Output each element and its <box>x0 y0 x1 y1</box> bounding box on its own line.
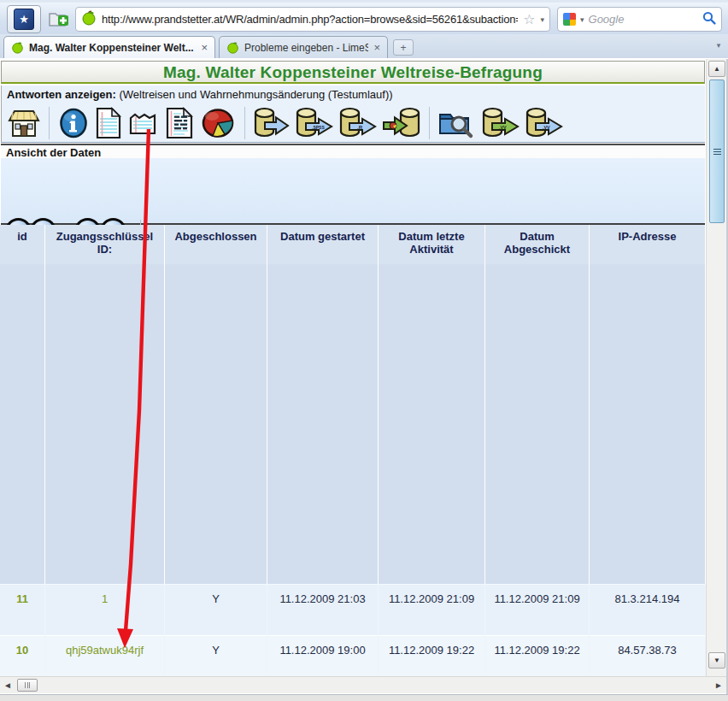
data-view-controls: Angezeigte Datensätze: Start von: Anzeig… <box>1 158 705 225</box>
answers-label: Antworten anzeigen: <box>7 88 116 101</box>
table-row-cell-completed: Y <box>165 635 267 676</box>
table-row-cell-id: 10 <box>0 635 45 676</box>
import-responses-icon[interactable] <box>382 107 421 139</box>
data-view-section-title: Ansicht der Daten <box>1 144 705 158</box>
table-row-cell-started: 11.12.2009 19:00 <box>267 635 379 676</box>
toolbar-separator <box>49 107 50 139</box>
search-box[interactable]: ▾ Google <box>557 7 722 32</box>
export-r-icon[interactable]: .R <box>338 107 378 139</box>
svg-text:.VV: .VV <box>543 124 550 129</box>
home-icon[interactable] <box>7 108 41 138</box>
svg-text:.VV: .VV <box>499 124 507 129</box>
column-header[interactable]: Zugangsschlüssel ID: <box>45 225 165 264</box>
table-row-cell-ip: 84.57.38.73 <box>590 635 706 676</box>
search-engine-dropdown-icon[interactable]: ▾ <box>580 15 584 24</box>
search-input[interactable]: Google <box>589 13 698 26</box>
responses-table: id Zugangsschlüssel ID: Abgeschlossen Da… <box>0 225 706 676</box>
tab-bar: Mag. Walter Koppensteiner Welt... × Prob… <box>0 34 728 58</box>
tab-close-icon[interactable]: × <box>201 41 208 54</box>
new-tab-button[interactable]: + <box>393 39 414 56</box>
url-text[interactable]: http://www.prandstetter.at/WR/admin/admi… <box>102 13 518 26</box>
responses-summary-icon[interactable] <box>94 107 123 139</box>
scrollbar-grip <box>713 149 721 156</box>
limesurvey-page: Mag. Walter Koppensteiner Weltreise-Befr… <box>0 59 706 695</box>
browser-toolbar: ★ http://www.prandstetter.at/WR/admin/ad… <box>0 0 728 34</box>
browse-toolbar: .SPSS .R <box>1 103 705 143</box>
column-header[interactable]: Abgeschlossen <box>165 225 267 264</box>
table-row-cell-id: 11 <box>0 584 45 635</box>
export-results-icon[interactable] <box>253 107 291 139</box>
table-row-cell-last-activity: 11.12.2009 19:22 <box>379 635 485 676</box>
column-header[interactable]: Datum letzte Aktivität <box>379 225 485 264</box>
export-spss-icon[interactable]: .SPSS <box>295 107 334 139</box>
tab-probleme[interactable]: Probleme eingeben - LimeSurvey b... × <box>219 36 388 58</box>
table-row-cell-token[interactable]: qhj59atwuk94rjf <box>45 635 165 676</box>
vertical-scrollbar[interactable]: ▲ ▼ <box>706 59 726 676</box>
url-bar[interactable]: http://www.prandstetter.at/WR/admin/admi… <box>75 7 550 32</box>
column-header[interactable]: IP-Adresse <box>590 225 706 264</box>
table-row-cell-completed: Y <box>165 584 267 635</box>
limesurvey-favicon-icon <box>226 41 239 54</box>
table-row-cell-token[interactable]: 1 <box>45 584 165 635</box>
svg-text:.R: .R <box>357 124 363 129</box>
table-row-cell-started: 11.12.2009 21:03 <box>267 584 379 635</box>
scroll-left-icon[interactable]: ◄ <box>3 680 12 690</box>
new-folder-icon[interactable] <box>48 9 70 32</box>
column-header[interactable]: Datum Abgeschickt <box>485 225 590 264</box>
bookmark-star-icon[interactable]: ☆ <box>523 11 535 27</box>
url-dropdown-icon[interactable]: ▾ <box>540 15 544 24</box>
table-empty-area <box>0 264 45 584</box>
tab-close-icon[interactable]: × <box>373 41 380 54</box>
import-vv-icon[interactable]: .VV <box>525 107 564 139</box>
statistics-pie-icon[interactable] <box>199 107 237 139</box>
tab-label: Probleme eingeben - LimeSurvey b... <box>244 42 368 54</box>
browser-window: ★ http://www.prandstetter.at/WR/admin/ad… <box>0 0 728 701</box>
page-viewport: Mag. Walter Koppensteiner Weltreise-Befr… <box>0 58 728 694</box>
site-favicon-icon <box>81 10 97 29</box>
horizontal-scrollbar-thumb[interactable] <box>17 679 38 692</box>
page-title: Mag. Walter Koppensteiner Weltreise-Befr… <box>1 61 705 84</box>
bookmarks-button[interactable]: ★ <box>7 5 41 33</box>
bookmarks-book-icon: ★ <box>14 9 34 30</box>
scroll-down-icon[interactable]: ▼ <box>708 652 725 669</box>
detailed-responses-icon[interactable] <box>164 107 195 139</box>
answers-header: Antworten anzeigen: (Weltreisen und Wahr… <box>1 85 705 103</box>
search-icon[interactable] <box>702 11 716 28</box>
scroll-up-icon[interactable]: ▲ <box>708 61 725 77</box>
status-bar <box>0 694 728 701</box>
table-row-cell-ip: 81.3.214.194 <box>590 584 706 635</box>
export-vv-icon[interactable]: .VV <box>481 107 520 139</box>
column-header[interactable]: Datum gestartet <box>267 225 379 264</box>
tab-label: Mag. Walter Koppensteiner Welt... <box>29 42 196 54</box>
table-row-cell-submitted: 11.12.2009 21:09 <box>485 584 590 635</box>
scroll-right-icon[interactable]: ► <box>714 680 723 690</box>
vertical-scrollbar-thumb[interactable] <box>709 80 725 223</box>
limesurvey-favicon-icon <box>11 41 24 54</box>
tab-list-dropdown-icon[interactable]: ▾ <box>713 41 725 53</box>
toolbar-separator <box>244 107 245 139</box>
column-header[interactable]: id <box>0 225 45 264</box>
google-logo-icon <box>563 13 576 26</box>
svg-text:.SPSS: .SPSS <box>312 124 325 129</box>
toolbar-separator <box>429 107 430 139</box>
horizontal-scrollbar[interactable]: ◄ ► <box>0 676 728 693</box>
last-responses-icon[interactable] <box>127 107 160 139</box>
tab-survey[interactable]: Mag. Walter Koppensteiner Welt... × <box>3 36 215 58</box>
answers-value: (Weltreisen und Wahrnehmungsänderung (Te… <box>119 88 392 101</box>
table-row-cell-submitted: 11.12.2009 19:22 <box>485 635 590 676</box>
survey-info-icon[interactable] <box>57 107 90 139</box>
table-row-cell-last-activity: 11.12.2009 21:09 <box>379 584 485 635</box>
browse-responses-icon[interactable] <box>437 107 477 139</box>
